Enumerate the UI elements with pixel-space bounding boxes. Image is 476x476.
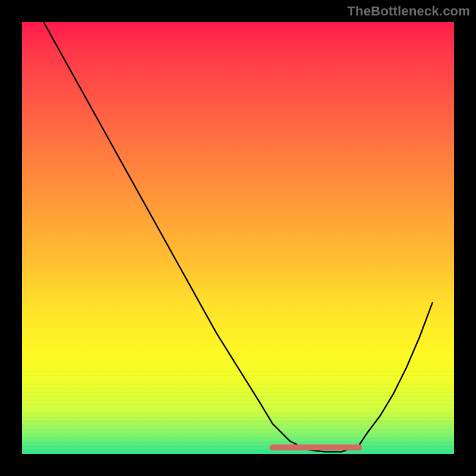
- plot-area: [22, 22, 454, 454]
- watermark-text: TheBottleneck.com: [347, 4, 470, 19]
- chart-container: TheBottleneck.com: [0, 0, 476, 476]
- bottleneck-curve-path: [43, 22, 432, 452]
- curve-svg: [22, 22, 454, 454]
